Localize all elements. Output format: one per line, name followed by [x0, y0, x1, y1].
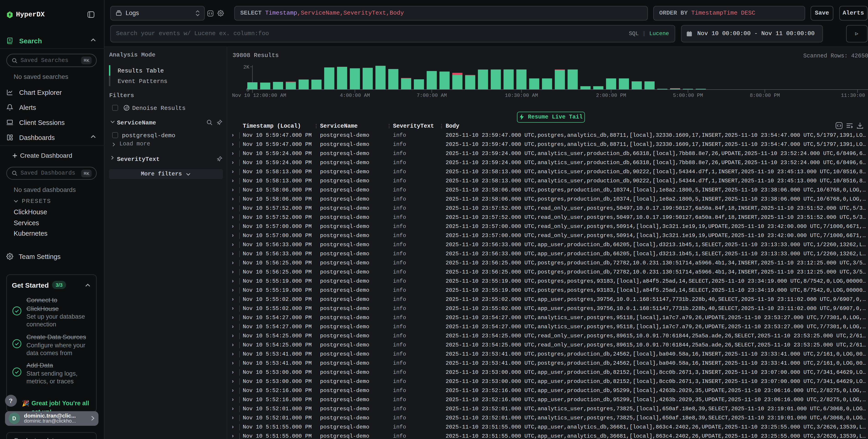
svg-text:2:00:00 PM: 2:00:00 PM: [596, 93, 626, 98]
svg-text:8:00:00 PM: 8:00:00 PM: [750, 93, 780, 98]
svg-text:10:30:00 AM: 10:30:00 AM: [505, 93, 538, 98]
svg-text:7:00:00 AM: 7:00:00 AM: [417, 93, 447, 98]
svg-text:Nov 10 12:00:00 AM: Nov 10 12:00:00 AM: [232, 93, 286, 98]
svg-text:4:00:00 AM: 4:00:00 AM: [340, 93, 370, 98]
svg-text:5:00:00 PM: 5:00:00 PM: [673, 93, 703, 98]
svg-text:11:30:00 PM: 11:30:00 PM: [841, 93, 868, 98]
svg-text:2K: 2K: [243, 64, 250, 70]
